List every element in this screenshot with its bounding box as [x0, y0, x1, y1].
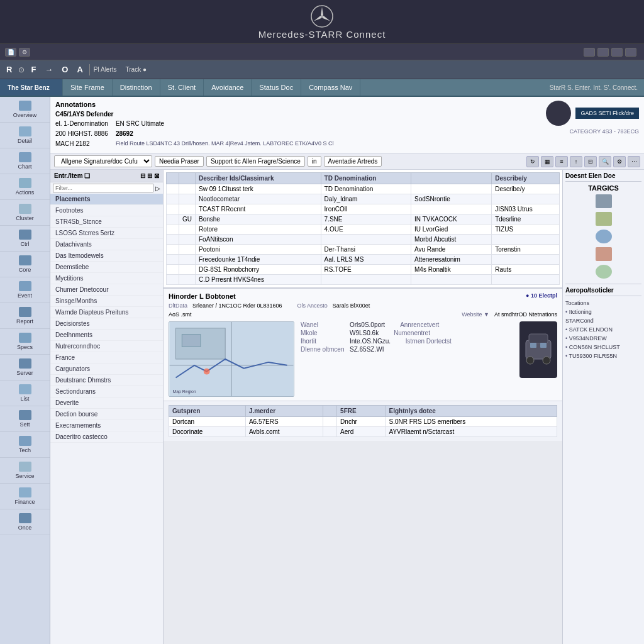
- in-button[interactable]: in: [308, 156, 321, 167]
- list-icon: [19, 384, 31, 394]
- category-label: CATEGORY 4S3 - 783ECG: [546, 128, 639, 135]
- export-icon[interactable]: ↑: [570, 156, 582, 167]
- tree-item-footnotes[interactable]: Footnotes: [50, 205, 163, 216]
- ctrl-icon: [19, 230, 31, 240]
- panel-icon-1[interactable]: [596, 194, 612, 208]
- sidebar-item-chart[interactable]: Chart: [0, 148, 50, 174]
- signature-dropdown[interactable]: Allgene Signature/doc Cufu: [54, 155, 152, 167]
- overview-icon: [19, 101, 31, 111]
- tree-item-deems[interactable]: Deemstiebe: [50, 262, 163, 273]
- aventadie-button[interactable]: Aventadie Artreds: [324, 156, 382, 167]
- tree-item-myct[interactable]: Myctitions: [50, 273, 163, 284]
- tree-toolbar-icons[interactable]: ⊟ ⊞ ⊠: [140, 172, 159, 179]
- tree-item-warnde[interactable]: Warnde Diapteus Preituns: [50, 307, 163, 318]
- sidebar-item-actions[interactable]: Actions: [0, 174, 50, 200]
- sidebar-item-once[interactable]: Once: [0, 509, 50, 535]
- rp2-item-4: V9534NDREW: [565, 334, 641, 343]
- tree-item-france[interactable]: France: [50, 352, 163, 364]
- tree-item-das[interactable]: Das Itemodewels: [50, 250, 163, 262]
- sidebar-item-core[interactable]: Core: [0, 252, 50, 277]
- tree-item-deciis[interactable]: Decisiorstes: [50, 318, 163, 330]
- tree-item-nuter[interactable]: Nutrerconndhoc: [50, 341, 163, 352]
- file-icon[interactable]: 📄: [5, 48, 16, 57]
- restore-button[interactable]: [611, 48, 623, 57]
- sidebar-item-specs[interactable]: Specs: [0, 329, 50, 355]
- sidebar-item-service[interactable]: Service: [0, 458, 50, 484]
- nav-distinction[interactable]: Distinction: [113, 79, 160, 96]
- settings-icon[interactable]: ⚙: [19, 48, 30, 57]
- panel-icon-2[interactable]: [596, 212, 612, 226]
- tree-item-lsosg[interactable]: LSOSG Stcrres 5ertz: [50, 228, 163, 239]
- right-panel-subtitle: TARGICS: [565, 184, 641, 192]
- tree-item-deel[interactable]: Deelhnments: [50, 330, 163, 341]
- tree-item-exec[interactable]: Execramements: [50, 420, 163, 431]
- needia-praser-button[interactable]: Needia Praser: [155, 156, 204, 167]
- sidebar-item-server[interactable]: Server: [0, 355, 50, 380]
- print-icon[interactable]: ⊟: [584, 156, 597, 167]
- filter-icon[interactable]: ≡: [555, 156, 568, 167]
- tree-item-deverite[interactable]: Deverite: [50, 397, 163, 409]
- toolbar-a-button[interactable]: A: [74, 64, 85, 75]
- sensor-icon: [546, 101, 571, 126]
- support-button[interactable]: Support tic Allen Fragre/Science: [206, 156, 305, 167]
- tree-item-deutst[interactable]: Deutstranc Dhmstrs: [50, 375, 163, 386]
- nav-avoidance[interactable]: Avoidance: [204, 79, 252, 96]
- nav-st-client[interactable]: St. Client: [160, 79, 204, 96]
- search-icon[interactable]: 🔍: [599, 156, 611, 167]
- tree-item-dection[interactable]: Dection bourse: [50, 409, 163, 420]
- tree-item-carg[interactable]: Cargunators: [50, 364, 163, 375]
- sidebar-item-overview[interactable]: Overview: [0, 97, 50, 123]
- tree-sidebar: Entr./Item ❑ ⊟ ⊞ ⊠ ▷ Placements Footnote…: [50, 170, 164, 644]
- tree-search-row: ▷: [50, 182, 163, 194]
- tree-toggle-icon[interactable]: ▷: [155, 185, 160, 192]
- sidebar-item-cluster[interactable]: Cluster: [0, 200, 50, 226]
- sidebar-item-detail[interactable]: Detail: [0, 123, 50, 148]
- panel-icon-3[interactable]: [596, 230, 612, 243]
- close-button[interactable]: [625, 48, 636, 57]
- view-icon[interactable]: ▦: [541, 156, 553, 167]
- refresh-icon[interactable]: ↻: [526, 156, 539, 167]
- nav-status-doc[interactable]: Status Doc: [252, 79, 301, 96]
- tree-item-str4sb[interactable]: STR4Sb_Stcnce: [50, 216, 163, 228]
- tree-item-placements[interactable]: Placements: [50, 194, 163, 205]
- once-icon: [19, 513, 31, 523]
- more-icon[interactable]: ⋯: [628, 156, 640, 167]
- action-button[interactable]: GADS SETI Flick/dre: [575, 108, 639, 119]
- vehicle-thumbnail: [519, 321, 557, 378]
- gear-icon[interactable]: ⚙: [613, 156, 626, 167]
- data-column: Describer Ids/Classimark TD Denomination…: [164, 170, 562, 644]
- sidebar-item-list[interactable]: List: [0, 380, 50, 406]
- sidebar-item-finance[interactable]: Finance: [0, 484, 50, 509]
- svg-rect-16: [540, 343, 547, 348]
- maximize-button[interactable]: [597, 48, 609, 57]
- aos-label: AoS .smt: [169, 311, 192, 318]
- toolbar-o-button[interactable]: O: [59, 64, 70, 75]
- nav-home[interactable]: The Star Benz: [0, 79, 63, 96]
- nav-compass-nav[interactable]: Compass Nav: [301, 79, 360, 96]
- panel-icon-4[interactable]: [596, 247, 612, 261]
- tree-item-section[interactable]: Sectiondurans: [50, 386, 163, 397]
- minimize-button[interactable]: [584, 48, 595, 57]
- tree-item-datachivants[interactable]: Datachivants: [50, 239, 163, 250]
- sidebar-item-sett[interactable]: Sett: [0, 406, 50, 432]
- panel-icon-5[interactable]: [596, 265, 612, 279]
- tree-filter-input[interactable]: [53, 184, 153, 192]
- detail-section: Hinorder L Bobtonet ● 10 Electpl DltData…: [164, 287, 562, 401]
- toolbar-f-button[interactable]: F: [28, 64, 38, 75]
- sidebar-item-ctrl[interactable]: Ctrl: [0, 226, 50, 252]
- toolbar-arrow-button[interactable]: →: [42, 64, 55, 75]
- tree-item-sinsge[interactable]: Sinsge/Months: [50, 296, 163, 307]
- secondary-toolbar: Allgene Signature/doc Cufu Needia Praser…: [50, 153, 644, 170]
- event-icon: [19, 281, 31, 291]
- nav-site-frame[interactable]: Site Frame: [63, 79, 113, 96]
- sidebar-item-tech[interactable]: Tech: [0, 432, 50, 458]
- sidebar-item-report[interactable]: Report: [0, 303, 50, 329]
- svg-point-14: [543, 357, 550, 364]
- tree-item-chumer[interactable]: Chumer Dnetocour: [50, 284, 163, 296]
- table-row: FoANtitsconMorbd Abcutist: [167, 235, 560, 245]
- info-block-fleet: EN SRC Ultimate 28692 Field Route LSD4NT…: [116, 119, 333, 149]
- toolbar-r-button[interactable]: R: [4, 64, 14, 75]
- tree-item-daceritro[interactable]: Daceritro castecco: [50, 431, 163, 443]
- table-row: Rotore4.OUEIU LvorGiedTIZUS: [167, 225, 560, 235]
- sidebar-item-event[interactable]: Event: [0, 277, 50, 303]
